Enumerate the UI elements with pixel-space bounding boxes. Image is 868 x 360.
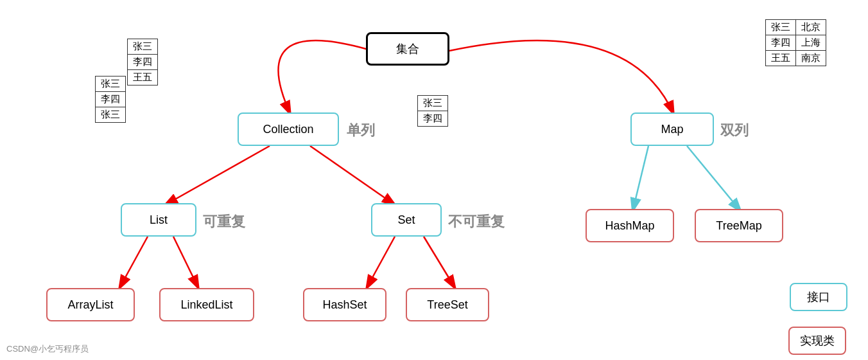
node-hashset: HashSet (303, 288, 386, 321)
node-treemap: TreeMap (695, 209, 783, 242)
node-map: Map (630, 113, 714, 146)
node-arraylist: ArrayList (46, 288, 135, 321)
diagram: 集合 Collection Map List Set HashMap TreeM… (0, 0, 868, 360)
label-kechongfu: 可重复 (203, 212, 245, 231)
node-linkedlist: LinkedList (159, 288, 254, 321)
node-treeset: TreeSet (406, 288, 489, 321)
label-shuanlie: 双列 (720, 121, 749, 140)
node-heji: 集合 (366, 32, 449, 66)
node-set: Set (371, 203, 442, 237)
node-collection: Collection (238, 113, 339, 146)
legend-impl-box: 实现类 (788, 327, 846, 355)
label-danlie: 单列 (347, 121, 375, 140)
legend-interface-box: 接口 (790, 283, 847, 311)
label-bukechongfu: 不可重复 (448, 212, 505, 231)
watermark: CSDN@小乞丐程序员 (6, 343, 89, 355)
table-top-left-upper: 张三 李四 王五 (127, 39, 158, 86)
node-hashmap: HashMap (586, 209, 674, 242)
table-middle-small: 张三 李四 (417, 95, 448, 127)
node-list: List (121, 203, 196, 237)
table-top-right: 张三 北京 李四 上海 王五 南京 (765, 19, 826, 66)
table-top-left-lower: 张三 李四 张三 (95, 76, 126, 123)
